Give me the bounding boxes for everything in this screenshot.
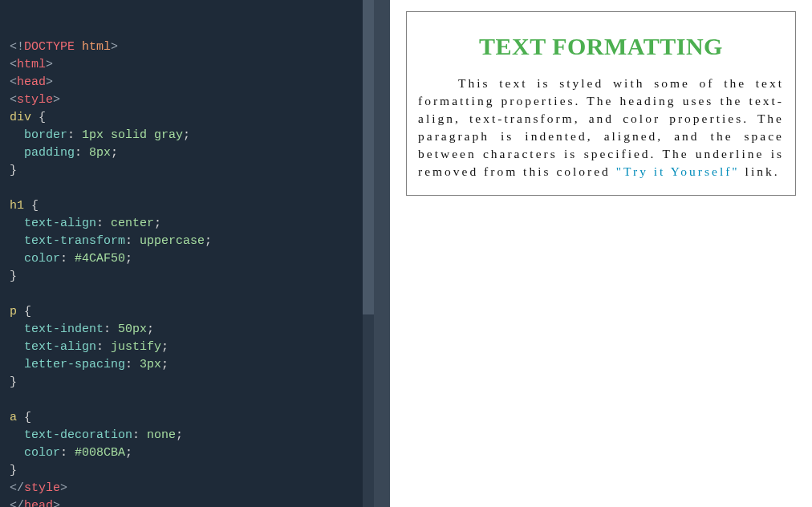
code-line[interactable]: text-indent: 50px;: [10, 321, 364, 339]
code-line[interactable]: <style>: [10, 91, 364, 109]
code-editor-pane[interactable]: <!DOCTYPE html><html><head><style>div { …: [0, 0, 374, 507]
code-line[interactable]: <head>: [10, 74, 364, 91]
preview-box: text formatting This text is styled with…: [406, 11, 796, 196]
code-line[interactable]: text-align: justify;: [10, 339, 364, 356]
code-line[interactable]: padding: 8px;: [10, 144, 364, 162]
code-line[interactable]: </style>: [10, 480, 364, 497]
code-line[interactable]: }: [10, 162, 364, 180]
code-line[interactable]: }: [10, 374, 364, 391]
code-line[interactable]: [10, 286, 364, 303]
code-line[interactable]: border: 1px solid gray;: [10, 127, 364, 144]
paragraph-text-after: link.: [740, 164, 780, 178]
code-line[interactable]: color: #008CBA;: [10, 444, 364, 462]
code-line[interactable]: p {: [10, 303, 364, 321]
code-line[interactable]: [10, 180, 364, 197]
code-line[interactable]: }: [10, 268, 364, 286]
code-line[interactable]: color: #4CAF50;: [10, 250, 364, 268]
code-line[interactable]: [10, 391, 364, 409]
code-line[interactable]: text-align: center;: [10, 215, 364, 233]
code-line[interactable]: text-transform: uppercase;: [10, 233, 364, 250]
code-line[interactable]: <!DOCTYPE html>: [10, 39, 364, 56]
try-it-yourself-link[interactable]: "Try it Yourself": [616, 164, 740, 178]
code-line[interactable]: a {: [10, 409, 364, 427]
code-line[interactable]: text-decoration: none;: [10, 427, 364, 444]
preview-heading: text formatting: [418, 33, 784, 60]
editor-scrollbar-track[interactable]: [363, 0, 374, 507]
preview-pane: text formatting This text is styled with…: [390, 0, 812, 507]
code-line[interactable]: <html>: [10, 56, 364, 74]
code-content[interactable]: <!DOCTYPE html><html><head><style>div { …: [10, 39, 364, 507]
code-line[interactable]: div {: [10, 109, 364, 127]
preview-paragraph: This text is styled with some of the tex…: [418, 75, 784, 180]
editor-scrollbar-thumb[interactable]: [363, 0, 374, 314]
code-line[interactable]: </head>: [10, 497, 364, 507]
paragraph-text-before: This text is styled with some of the tex…: [418, 76, 784, 178]
pane-divider[interactable]: [374, 0, 390, 507]
code-line[interactable]: }: [10, 462, 364, 480]
code-line[interactable]: h1 {: [10, 197, 364, 215]
code-line[interactable]: letter-spacing: 3px;: [10, 356, 364, 374]
